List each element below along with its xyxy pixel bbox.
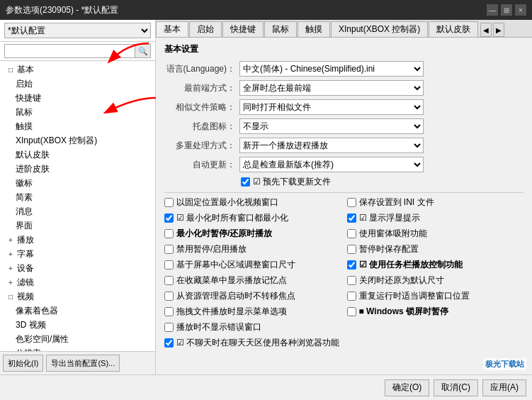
- select-update[interactable]: 总是检查最新版本(推荐): [239, 157, 424, 172]
- cb-row-no-move-focus: 从资源管理器启动时不转移焦点: [164, 290, 341, 302]
- tree-item-filter[interactable]: + 滤镜: [0, 275, 155, 289]
- pin-button[interactable]: ⊞: [501, 4, 512, 16]
- cb-label-min-all: ☑ 最小化时所有窗口都最小化: [176, 212, 288, 224]
- cb-taskbar[interactable]: [347, 260, 356, 270]
- cb-fix-pos[interactable]: [164, 198, 174, 207]
- cb-label-taskbar: ☑ 使用任务栏播放控制功能: [359, 259, 463, 271]
- tree-item-advskin[interactable]: 进阶皮肤: [0, 162, 155, 176]
- cb-label-min-pause: 最小化时暂停/还原时播放: [176, 228, 272, 240]
- tree-item-basic[interactable]: □ 基本: [0, 62, 155, 77]
- cb-row-show-menu: 拖拽文件播放时显示菜单选项: [164, 306, 341, 318]
- cb-row-browser: ☑ 不聊天时在聊天天区使用各种浏览器功能: [164, 337, 523, 349]
- tab-basic[interactable]: 基本: [156, 21, 188, 37]
- tree-item-play[interactable]: + 播放: [0, 233, 155, 247]
- cb-label-center-resize: 基于屏幕中心区域调整窗口尺寸: [176, 259, 295, 271]
- label-tray: 托盘图标：: [164, 121, 235, 133]
- tree-item-resolution[interactable]: 分辨率: [0, 346, 155, 351]
- watermark: 极光下载站: [483, 358, 526, 370]
- tree-item-video[interactable]: □ 视频: [0, 289, 155, 304]
- tab-start[interactable]: 启始: [189, 21, 222, 37]
- cb-row-restore-pos: 重复运行时适当调整窗口位置: [347, 290, 524, 302]
- tree-item-message[interactable]: 消息: [0, 204, 155, 218]
- cb-row-recent: 在收藏菜单中显示播放记忆点: [164, 274, 341, 287]
- close-button[interactable]: ×: [515, 4, 526, 16]
- cb-label-save-ini: 保存设置到 INI 文件: [359, 196, 434, 209]
- cb-show-menu[interactable]: [164, 307, 174, 316]
- label-predownload: ☑ 预先下载更新文件: [253, 176, 331, 188]
- main-container: *默认配置 🔍 □ 基本 启始 快捷键 鼠标 触摸: [0, 20, 532, 374]
- tree-item-colorspace[interactable]: 色彩空间/属性: [0, 332, 155, 346]
- select-language[interactable]: 中文(简体) - Chinese(Simplified).ini: [239, 61, 424, 77]
- title-bar: 参数选项(230905) - *默认配置 — ⊞ ×: [0, 0, 532, 20]
- cb-label-default-size: 关闭时还原为默认尺寸: [359, 274, 444, 287]
- cb-win-lock[interactable]: [347, 307, 356, 316]
- expand-icon-filter: +: [6, 277, 16, 287]
- tree-item-device[interactable]: + 设备: [0, 261, 155, 275]
- cancel-button[interactable]: 取消(C): [434, 379, 478, 396]
- tab-skin[interactable]: 默认皮肤: [429, 21, 478, 37]
- cb-row-no-err: 播放时不显示错误窗口: [164, 321, 523, 333]
- tree-item-mouse[interactable]: 鼠标: [0, 105, 155, 119]
- cb-browser[interactable]: [164, 338, 174, 348]
- cb-label-tooltip: ☑ 显示浮显提示: [359, 212, 420, 224]
- cb-row-save-pause: 暂停时保存配置: [347, 243, 524, 255]
- init-button[interactable]: 初始化(I): [3, 355, 43, 372]
- expand-icon-video: □: [6, 291, 16, 301]
- tree-item-3dvideo[interactable]: 3D 视频: [0, 318, 155, 332]
- cb-snap[interactable]: [347, 229, 356, 238]
- tab-nav-left[interactable]: ◀: [480, 23, 492, 37]
- cb-label-browser: ☑ 不聊天时在聊天天区使用各种浏览器功能: [176, 337, 339, 349]
- tab-shortcut[interactable]: 快捷键: [222, 21, 264, 37]
- apply-button[interactable]: 应用(A): [482, 379, 526, 396]
- tree-item-simple[interactable]: 简素: [0, 190, 155, 204]
- tree-item-colorizer[interactable]: 像素着色器: [0, 304, 155, 318]
- export-button[interactable]: 导出当前配置(S)...: [46, 355, 120, 372]
- tree-item-xinput[interactable]: XInput(XBOX 控制器): [0, 133, 155, 148]
- tree-item-shortcut[interactable]: 快捷键: [0, 91, 155, 105]
- cb-tooltip[interactable]: [347, 213, 356, 223]
- cb-default-size[interactable]: [347, 276, 356, 285]
- cb-recent[interactable]: [164, 276, 174, 285]
- search-input[interactable]: [4, 44, 135, 58]
- minimize-button[interactable]: —: [487, 4, 498, 16]
- expand-icon-play: +: [6, 235, 16, 245]
- cb-disable-pause[interactable]: [164, 245, 174, 254]
- cb-restore-pos[interactable]: [347, 291, 356, 301]
- section-title: 基本设置: [164, 43, 523, 55]
- tab-nav-right[interactable]: ▶: [493, 23, 504, 37]
- divider: [164, 192, 523, 193]
- window-controls[interactable]: — ⊞ ×: [487, 4, 526, 16]
- tree-item-touch[interactable]: 触摸: [0, 119, 155, 133]
- bottom-bar: 确定(O) 取消(C) 应用(A): [0, 374, 532, 400]
- select-frontend[interactable]: 全屏时总在最前端: [239, 80, 424, 96]
- tab-xinput[interactable]: XInput(XBOX 控制器): [331, 21, 428, 37]
- cb-no-move-focus[interactable]: [164, 291, 174, 301]
- cb-row-tooltip: ☑ 显示浮显提示: [347, 212, 524, 224]
- cb-min-all[interactable]: [164, 213, 174, 223]
- expand-icon-device: +: [6, 263, 16, 273]
- profile-select[interactable]: *默认配置: [4, 23, 151, 38]
- tree-item-start[interactable]: 启始: [0, 77, 155, 91]
- form-row-multi: 多重处理方式： 新开一个播放进程播放: [164, 138, 523, 153]
- cb-row-taskbar: ☑ 使用任务栏播放控制功能: [347, 259, 524, 271]
- label-similar: 相似文件策略：: [164, 101, 235, 113]
- tree-item-subtitle[interactable]: + 字幕: [0, 247, 155, 261]
- tab-mouse[interactable]: 鼠标: [264, 21, 297, 37]
- confirm-button[interactable]: 确定(O): [385, 379, 429, 396]
- cb-label-restore-pos: 重复运行时适当调整窗口位置: [359, 290, 470, 302]
- cb-save-pause[interactable]: [347, 245, 356, 254]
- select-similar[interactable]: 同时打开相似文件: [239, 99, 424, 115]
- tree-item-defaultskin[interactable]: 默认皮肤: [0, 148, 155, 162]
- tree-item-logo[interactable]: 徽标: [0, 176, 155, 190]
- cb-no-err[interactable]: [164, 323, 174, 332]
- cb-center-resize[interactable]: [164, 260, 174, 270]
- tab-touch[interactable]: 触摸: [298, 21, 330, 37]
- cb-min-pause[interactable]: [164, 229, 174, 238]
- cb-save-ini[interactable]: [347, 198, 356, 207]
- cb-row-snap: 使用窗体吸附功能: [347, 228, 524, 240]
- select-multi[interactable]: 新开一个播放进程播放: [239, 138, 424, 153]
- checkbox-predownload[interactable]: [241, 177, 250, 187]
- search-button[interactable]: 🔍: [135, 44, 151, 58]
- select-tray[interactable]: 不显示: [239, 118, 424, 134]
- tree-item-ui[interactable]: 界面: [0, 218, 155, 233]
